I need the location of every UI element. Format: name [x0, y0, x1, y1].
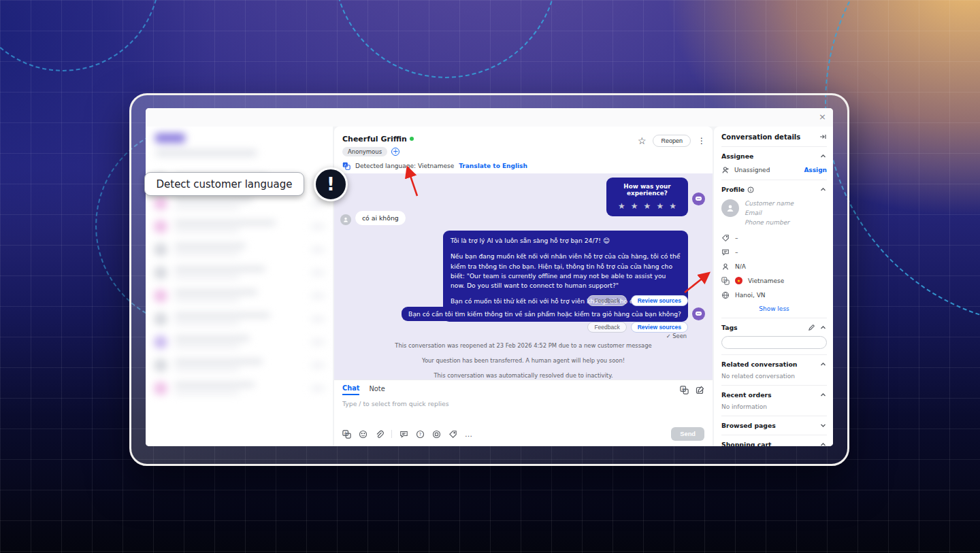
tag-icon[interactable] — [448, 430, 457, 439]
chevron-up-icon[interactable] — [819, 186, 827, 193]
review-sources-button[interactable]: Review sources — [631, 322, 688, 333]
chevron-up-icon[interactable] — [819, 441, 827, 446]
assign-link[interactable]: Assign — [804, 167, 827, 173]
compose-icon[interactable] — [696, 386, 704, 395]
quick-reply-icon[interactable] — [399, 430, 408, 439]
reopen-button[interactable]: Reopen — [653, 135, 691, 147]
customer-name: Cheerful Griffin — [342, 135, 407, 144]
chat-bubble-icon — [721, 248, 730, 256]
star-icon[interactable]: ★ — [618, 202, 625, 210]
star-icon[interactable]: ★ — [631, 202, 638, 210]
chevron-up-icon[interactable] — [819, 324, 827, 331]
system-message: This conversation was reopened at 23 Feb… — [334, 342, 713, 349]
rating-stars[interactable]: ★ ★ ★ ★ ★ — [610, 202, 684, 210]
collapse-panel-icon[interactable] — [819, 133, 827, 141]
profile-field-contact: N/A — [721, 263, 827, 271]
assignee-person-icon — [721, 166, 730, 174]
conversation-list-blurred — [146, 127, 333, 404]
avatar — [154, 243, 167, 256]
chat-panel: Cheerful Griffin Anonymous + ☆ Reopen ⋮ … — [334, 127, 713, 446]
close-icon[interactable]: × — [819, 112, 826, 121]
tags-input[interactable] — [721, 336, 827, 349]
exclamation-badge: ! — [314, 167, 348, 201]
conversation-list-item-blurred[interactable] — [154, 261, 325, 284]
attachment-icon[interactable] — [375, 430, 384, 439]
details-title: Conversation details — [721, 133, 800, 141]
add-tag-icon[interactable]: + — [391, 148, 399, 156]
marketing-canvas: × — [0, 0, 980, 553]
tab-chat[interactable]: Chat — [342, 384, 359, 395]
conversation-list-item-blurred[interactable] — [154, 377, 325, 400]
more-options-icon[interactable]: ⋮ — [698, 136, 706, 146]
help-icon[interactable]: ? — [416, 430, 425, 439]
translate-icon[interactable]: A — [680, 386, 689, 395]
bot-message-paragraph: Tôi là trợ lý AI và luôn sẵn sàng hỗ trợ… — [451, 236, 681, 246]
feature-callout-label: Detect customer language — [156, 178, 292, 190]
translate-icon: A — [342, 162, 350, 170]
bot-avatar — [692, 307, 705, 320]
star-icon[interactable]: ★ — [656, 202, 664, 210]
star-conversation-icon[interactable]: ☆ — [638, 135, 647, 146]
avatar — [154, 335, 167, 349]
send-button[interactable]: Send — [671, 427, 704, 441]
info-icon[interactable] — [747, 186, 754, 193]
visitor-type-chip: Anonymous — [342, 147, 387, 156]
dashed-circle-decoration — [0, 0, 160, 71]
conversation-list-item-blurred[interactable] — [154, 284, 325, 307]
tags-heading: Tags — [721, 324, 738, 331]
seen-label: Seen — [672, 333, 687, 339]
star-icon[interactable]: ★ — [644, 202, 651, 210]
star-icon[interactable]: ★ — [669, 202, 676, 210]
tab-note[interactable]: Note — [369, 385, 385, 395]
visitor-avatar — [340, 214, 351, 225]
profile-placeholder-phone: Phone number — [745, 218, 794, 228]
chevron-up-icon[interactable] — [819, 361, 827, 368]
field-value: Vietnamese — [748, 278, 784, 284]
avatar — [154, 358, 167, 372]
apps-icon[interactable] — [432, 430, 441, 439]
conversation-list-item-blurred[interactable] — [154, 331, 325, 354]
cart-heading: Shopping cart — [721, 441, 772, 446]
app-window: × — [146, 108, 833, 446]
avatar — [154, 289, 167, 303]
avatar — [154, 197, 167, 210]
review-sources-button[interactable]: Review sources — [631, 295, 688, 306]
chevron-up-icon[interactable] — [819, 152, 827, 160]
field-value: N/A — [735, 263, 746, 270]
seen-indicator: ✓ Seen — [666, 333, 687, 339]
profile-field-tags: – — [721, 234, 827, 242]
emoji-icon[interactable] — [359, 430, 368, 439]
device-frame: × — [129, 93, 849, 466]
chevron-up-icon[interactable] — [819, 391, 827, 399]
more-tools-icon[interactable]: … — [465, 430, 473, 439]
logo-blurred — [155, 133, 185, 143]
conversation-list-item-blurred[interactable] — [154, 238, 325, 261]
conversation-list-item-blurred[interactable] — [154, 215, 325, 238]
message-actions: Feedback Review sources — [587, 322, 688, 333]
profile-field-location: Hanoi, VN — [721, 291, 827, 299]
conversation-list-item-blurred[interactable] — [154, 307, 325, 331]
feedback-button[interactable]: Feedback — [587, 322, 626, 333]
feedback-button[interactable]: Feedback — [587, 295, 626, 306]
assignee-value: Unassigned — [734, 167, 770, 173]
chat-area: How was your experience? ★ ★ ★ ★ ★ — [334, 173, 713, 380]
shopping-cart-section: Shopping cart No items added to cart yet — [721, 435, 827, 446]
field-value: – — [735, 249, 738, 256]
profile-heading: Profile — [721, 186, 745, 193]
contact-icon — [721, 263, 730, 271]
profile-field-messenger: – — [721, 248, 827, 256]
bot-avatar — [692, 192, 705, 205]
conversation-list-item-blurred[interactable] — [154, 354, 325, 377]
message-input[interactable] — [342, 400, 704, 420]
conversation-details-panel: Conversation details Assignee Unass — [714, 127, 833, 446]
related-conversation-section: Related conversation No related conversa… — [721, 355, 827, 386]
bot-message-bubble: Bạn có cần tôi tìm kiếm thông tin về sản… — [402, 307, 688, 321]
message-composer: Chat Note A A — [334, 380, 713, 446]
translate-to-english-link[interactable]: Translate to English — [459, 163, 527, 169]
chevron-down-icon[interactable] — [819, 422, 827, 429]
show-less-link[interactable]: Show less — [721, 305, 827, 312]
related-empty-text: No related conversation — [721, 373, 827, 380]
translate-icon[interactable]: A — [342, 430, 351, 439]
translate-bar: A Detected language: Vietnamese Translat… — [334, 159, 713, 173]
pencil-icon[interactable] — [808, 324, 815, 331]
